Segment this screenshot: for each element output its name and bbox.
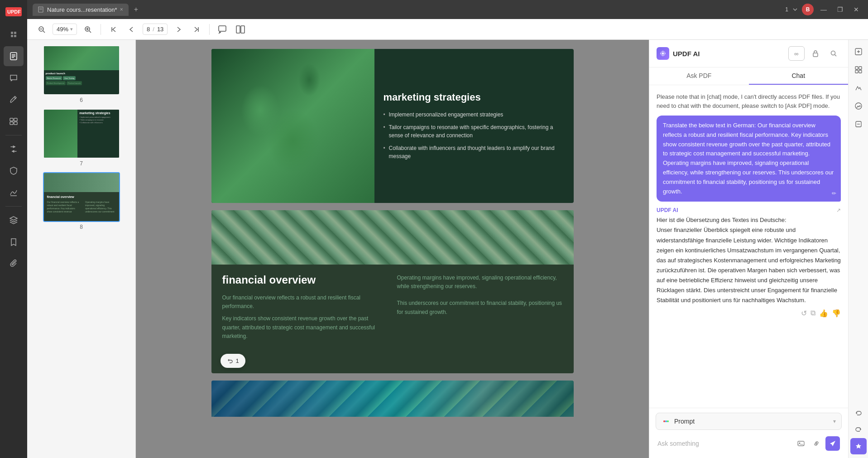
financial-left-col: financial overview Our financial overvie…	[222, 274, 388, 364]
copy-button[interactable]: ⧉	[810, 309, 815, 318]
main-slide-area[interactable]: marketing strategies Implement personali…	[136, 40, 649, 458]
leaf-background	[211, 49, 374, 203]
external-link-icon[interactable]: ↗	[836, 207, 841, 213]
ai-bottom: Prompt ▾	[649, 408, 848, 458]
total-pages: 13	[157, 26, 163, 33]
ask-input-field[interactable]	[657, 440, 791, 447]
send-button[interactable]	[825, 436, 840, 451]
new-tab-button[interactable]: +	[134, 5, 138, 14]
thumbnail-6-num: 6	[80, 97, 83, 103]
close-button[interactable]: ✕	[850, 3, 863, 16]
current-page: 8	[147, 26, 150, 33]
rp-icon-4[interactable]	[850, 98, 867, 114]
ai-search-button[interactable]	[826, 46, 841, 61]
page-number-display[interactable]: 1	[785, 6, 788, 13]
sidebar-item-edit[interactable]	[4, 90, 24, 110]
rp-icon-2[interactable]	[850, 62, 867, 78]
redo-button[interactable]	[850, 422, 867, 438]
right-panel-icons	[848, 40, 868, 458]
sidebar-item-attachment[interactable]	[4, 254, 24, 274]
svg-rect-9	[10, 122, 13, 125]
ai-tabs: Ask PDF Chat	[649, 67, 848, 85]
ai-panel-toggle[interactable]	[850, 438, 867, 454]
slide-marketing-content: marketing strategies Implement personali…	[211, 49, 574, 203]
ai-logo-icon	[657, 47, 669, 60]
svg-point-32	[665, 420, 667, 422]
bullet-3: Collaborate with influencers and thought…	[384, 144, 565, 160]
sidebar-item-view[interactable]	[4, 46, 24, 66]
go-last-button[interactable]	[189, 22, 204, 37]
ai-infinity-button[interactable]: ∞	[788, 46, 805, 61]
refresh-button[interactable]: ↺	[801, 309, 807, 318]
thumbnail-7[interactable]: marketing strategies • Implement persona…	[31, 109, 132, 167]
thumbnail-8-num: 8	[80, 224, 83, 230]
thumbnail-6[interactable]: product launch Market Research User Test…	[31, 45, 132, 103]
ask-actions	[795, 436, 840, 451]
sidebar-item-bookmark[interactable]	[4, 232, 24, 252]
svg-rect-7	[10, 118, 13, 121]
slide-9-partial	[211, 381, 574, 417]
ai-panel: UPDF AI ∞ Ask PDF Chat	[649, 40, 848, 458]
thumbdown-button[interactable]: 👎	[832, 309, 841, 318]
sidebar-item-sign[interactable]	[4, 183, 24, 202]
go-first-button[interactable]	[106, 22, 121, 37]
edit-message-icon[interactable]: ✏	[832, 189, 836, 198]
slide-7: marketing strategies Implement personali…	[211, 49, 574, 203]
svg-line-16	[43, 31, 45, 33]
tab-close-button[interactable]: ×	[120, 6, 123, 13]
sidebar-item-select[interactable]	[4, 24, 24, 44]
ai-messages: Please note that in [chat] mode, I can't…	[649, 85, 848, 408]
document-icon	[38, 6, 44, 13]
bullet-2: Tailor campaigns to resonate with specif…	[384, 123, 565, 140]
ai-response-label: UPDF AI	[657, 207, 678, 213]
rp-icon-1[interactable]	[850, 43, 867, 60]
undo-button[interactable]	[850, 405, 867, 422]
title-bar-right: 1 B — ❐ ✕	[785, 3, 863, 16]
document-tab[interactable]: Nature cours...resentation* ×	[33, 4, 129, 16]
tab-chat[interactable]: Chat	[749, 67, 849, 85]
sidebar-item-protect[interactable]	[4, 161, 24, 181]
sidebar-item-convert[interactable]	[4, 139, 24, 159]
svg-rect-28	[813, 53, 818, 57]
slide-top-image	[211, 210, 574, 265]
comment-bubble[interactable]: 1	[221, 354, 245, 368]
ai-lock-button[interactable]	[808, 46, 823, 61]
sidebar-item-comment[interactable]	[4, 68, 24, 88]
thumbnail-6-img: product launch Market Research User Test…	[43, 45, 120, 95]
layout-toggle-button[interactable]	[233, 22, 248, 37]
page-separator: /	[153, 26, 154, 33]
thumbup-button[interactable]: 👍	[819, 309, 828, 318]
main-content: Nature cours...resentation* × + 1 B — ❐ …	[27, 0, 868, 458]
bullet-1: Implement personalized engagement strate…	[384, 111, 565, 119]
link-button[interactable]	[810, 437, 823, 450]
minimize-button[interactable]: —	[817, 3, 830, 16]
go-prev-button[interactable]	[125, 22, 139, 37]
page-dropdown-icon[interactable]	[792, 6, 798, 13]
rp-icon-3[interactable]	[850, 80, 867, 96]
prompt-bar[interactable]: Prompt ▾	[656, 413, 842, 430]
zoom-in-button[interactable]	[81, 22, 95, 37]
prompt-chevron-icon: ▾	[833, 418, 836, 424]
undo-icon	[227, 358, 233, 364]
maximize-button[interactable]: ❐	[834, 3, 846, 16]
sidebar-item-organize[interactable]	[4, 111, 24, 131]
zoom-value: 49%	[57, 26, 68, 33]
page-navigation[interactable]: 8 / 13	[143, 24, 168, 35]
comment-button[interactable]	[215, 22, 230, 37]
user-avatar[interactable]: B	[802, 4, 814, 15]
image-upload-button[interactable]	[795, 437, 807, 450]
zoom-out-button[interactable]	[34, 22, 49, 37]
svg-point-33	[667, 420, 669, 422]
thumbnail-8[interactable]: financial overview Our financial overvie…	[31, 172, 132, 230]
go-next-button[interactable]	[171, 22, 186, 37]
sidebar-item-layers[interactable]	[4, 210, 24, 230]
svg-rect-38	[859, 67, 862, 69]
ai-title: UPDF AI	[673, 50, 700, 58]
undo-redo-area	[850, 405, 867, 454]
prompt-dots-icon	[662, 417, 671, 426]
tab-ask-pdf[interactable]: Ask PDF	[649, 67, 749, 85]
rp-icon-5[interactable]	[850, 116, 867, 132]
viewer-split: product launch Market Research User Test…	[27, 40, 868, 458]
slide-financial-content: financial overview Our financial overvie…	[211, 210, 574, 373]
zoom-level-display[interactable]: 49% ▾	[53, 24, 77, 35]
